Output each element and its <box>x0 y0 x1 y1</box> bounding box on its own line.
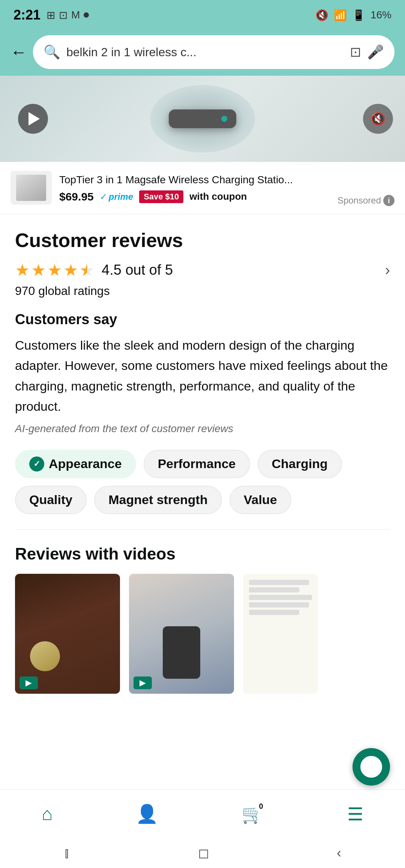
ad-product-image <box>10 171 52 205</box>
camera-search-icon[interactable]: ⊡ <box>350 44 361 60</box>
status-left: 2:21 ⊞ ⊡ M <box>14 7 89 23</box>
rating-value: 4.5 out of 5 <box>102 262 173 278</box>
star-half: ★ ★ <box>80 260 94 280</box>
star-1: ★ <box>15 260 30 280</box>
section-divider <box>15 529 390 530</box>
text-line-2 <box>249 587 299 593</box>
text-line-3 <box>249 595 312 600</box>
filter-tag-performance[interactable]: Performance <box>144 450 250 478</box>
text-line-5 <box>249 610 299 615</box>
coupon-text: with coupon <box>189 191 247 202</box>
customers-say-text: Customers like the sleek and modern desi… <box>15 335 390 417</box>
search-icon: 🔍 <box>44 44 60 60</box>
mute-icon: 🔇 <box>315 9 328 21</box>
home-button[interactable]: ◻ <box>198 845 209 861</box>
status-time: 2:21 <box>14 7 40 23</box>
android-nav: ⫿ ◻ ‹ <box>0 838 405 868</box>
prime-label: prime <box>109 192 133 202</box>
filter-tags-row-2: Quality Magnet strength Value <box>15 486 390 514</box>
magnet-strength-label: Magnet strength <box>108 492 207 507</box>
sponsored-info-icon[interactable]: i <box>383 195 394 206</box>
nav-account[interactable]: 👤 <box>136 804 158 825</box>
performance-label: Performance <box>158 456 236 471</box>
quality-label: Quality <box>29 492 72 507</box>
appearance-check-icon: ✓ <box>29 456 44 471</box>
person-icon: 👤 <box>136 804 158 825</box>
filter-tag-value[interactable]: Value <box>230 486 291 514</box>
video-thumb-1[interactable]: ▶ <box>15 574 120 694</box>
signal-icon: 📱 <box>352 9 365 21</box>
gmail-icon: M <box>71 9 80 21</box>
ad-price: $69.95 <box>59 190 94 203</box>
main-content: Customer reviews ★ ★ ★ ★ ★ ★ 4.5 out of … <box>0 214 405 806</box>
sponsored-ad[interactable]: TopTier 3 in 1 Magsafe Wireless Charging… <box>0 162 405 214</box>
stars-container: ★ ★ ★ ★ ★ ★ <box>15 260 94 280</box>
nav-menu[interactable]: ☰ <box>347 804 363 825</box>
rating-arrow[interactable]: › <box>385 262 390 278</box>
star-4: ★ <box>63 260 78 280</box>
wifi-icon: 📶 <box>334 9 347 21</box>
camera-icon: ⊡ <box>59 9 68 21</box>
text-preview <box>249 580 312 615</box>
ai-generated-text: AI-generated from the text of customer r… <box>15 423 390 435</box>
filter-tag-appearance[interactable]: ✓ Appearance <box>15 450 136 478</box>
video-badge-1: ▶ <box>20 676 38 689</box>
search-query: belkin 2 in 1 wireless c... <box>66 45 344 59</box>
star-2: ★ <box>31 260 46 280</box>
charger-shape <box>169 109 236 128</box>
mic-icon[interactable]: 🎤 <box>367 44 384 60</box>
bottom-nav: ⌂ 👤 🛒 0 ☰ <box>0 789 405 838</box>
back-button-android[interactable]: ‹ <box>337 845 341 861</box>
battery-level: 16% <box>370 9 392 21</box>
text-line-4 <box>249 602 309 608</box>
status-icons-left: ⊞ ⊡ M <box>46 9 89 21</box>
mute-button[interactable]: 🔇 <box>363 104 393 134</box>
ai-button-inner <box>358 754 384 780</box>
menu-icon: ☰ <box>347 804 363 825</box>
customer-reviews-title: Customer reviews <box>15 229 390 251</box>
filter-tag-charging[interactable]: Charging <box>258 450 342 478</box>
save-badge: Save $10 <box>139 190 183 203</box>
rating-row: ★ ★ ★ ★ ★ ★ 4.5 out of 5 › <box>15 260 390 280</box>
search-bar-container: ← 🔍 belkin 2 in 1 wireless c... ⊡ 🎤 <box>0 30 405 76</box>
prime-check-icon: ✓ <box>100 192 107 202</box>
charging-label: Charging <box>272 456 328 471</box>
back-button[interactable]: ← <box>10 44 27 60</box>
video-banner: 🔇 <box>0 76 405 162</box>
cart-badge: 0 <box>255 801 267 813</box>
search-bar[interactable]: 🔍 belkin 2 in 1 wireless c... ⊡ 🎤 <box>33 35 394 69</box>
play-button[interactable] <box>18 104 48 134</box>
grid-icon: ⊞ <box>46 9 55 21</box>
value-label: Value <box>244 492 277 507</box>
product-image <box>150 85 255 153</box>
appearance-label: Appearance <box>49 456 122 471</box>
video-thumb-2[interactable]: ▶ <box>129 574 234 694</box>
phone-object <box>163 626 200 679</box>
recents-button[interactable]: ⫿ <box>64 845 70 861</box>
nav-home[interactable]: ⌂ <box>42 804 52 824</box>
ai-assistant-button[interactable] <box>352 748 390 786</box>
nav-cart[interactable]: 🛒 0 <box>242 804 264 825</box>
star-3: ★ <box>47 260 62 280</box>
video-badge-2: ▶ <box>134 676 152 689</box>
home-icon: ⌂ <box>42 804 52 824</box>
global-ratings: 970 global ratings <box>15 284 390 298</box>
video-thumb-partial <box>243 574 318 694</box>
text-line-1 <box>249 580 309 585</box>
status-right: 🔇 📶 📱 16% <box>315 9 392 21</box>
notification-dot <box>84 12 89 18</box>
coin-object <box>30 641 60 671</box>
video-thumbnails: ▶ ▶ <box>15 574 390 694</box>
filter-tag-quality[interactable]: Quality <box>15 486 87 514</box>
ad-title: TopTier 3 in 1 Magsafe Wireless Charging… <box>59 172 394 187</box>
ad-charger-shape <box>16 175 46 201</box>
filter-tag-magnet-strength[interactable]: Magnet strength <box>94 486 222 514</box>
customers-say-title: Customers say <box>15 311 390 328</box>
status-bar: 2:21 ⊞ ⊡ M 🔇 📶 📱 16% <box>0 0 405 30</box>
reviews-with-videos-title: Reviews with videos <box>15 545 390 563</box>
prime-badge: ✓ prime <box>100 192 133 202</box>
sponsored-label: Sponsored i <box>338 195 394 206</box>
filter-tags-row-1: ✓ Appearance Performance Charging <box>15 450 390 478</box>
